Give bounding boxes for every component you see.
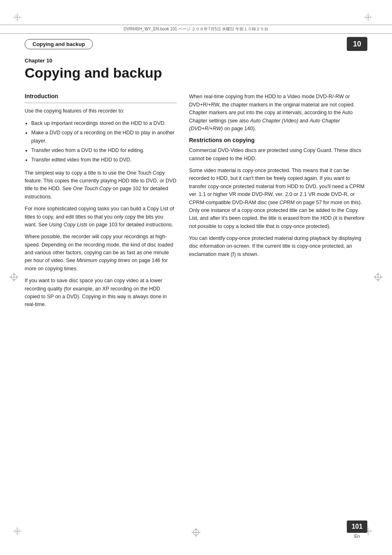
bottom-center-mark bbox=[191, 527, 201, 539]
file-info-bar: DVR645H_WY_EN.book 101 ページ ２０６年7月5日 水曜日 … bbox=[0, 25, 392, 34]
intro-divider bbox=[25, 103, 177, 103]
right-column: When real-time copying from the HDD to a… bbox=[189, 93, 367, 313]
identify-copy-once-paragraph: You can identify copy-once protected mat… bbox=[189, 235, 367, 258]
copy-once-paragraph: Some video material is copy-once protect… bbox=[189, 167, 367, 230]
side-mark-right bbox=[373, 272, 383, 283]
copy-list-paragraph: For more sophisticated copying tasks you… bbox=[25, 205, 177, 229]
chapter-header-title: Copying and backup bbox=[25, 39, 93, 49]
intro-paragraph: Use the copying features of this recorde… bbox=[25, 107, 177, 115]
realtime-copy-paragraph: When real-time copying from the HDD to a… bbox=[189, 93, 367, 133]
chapter-number-box: 10 bbox=[347, 37, 367, 51]
high-speed-paragraph: Where possible, the recorder will copy y… bbox=[25, 233, 177, 273]
list-item: Transfer video from a DVD to the HDD for… bbox=[31, 147, 177, 154]
page-lang: En bbox=[354, 534, 360, 539]
disc-space-paragraph: If you want to save disc space you can c… bbox=[25, 277, 177, 309]
page-number: 101 bbox=[347, 520, 367, 533]
page-title: Copying and backup bbox=[25, 65, 367, 81]
corner-mark-bl bbox=[12, 526, 29, 543]
file-info-text: DVR645H_WY_EN.book 101 ページ ２０６年7月5日 水曜日 … bbox=[124, 26, 268, 32]
commercial-dvd-paragraph: Commercial DVD-Video discs are protected… bbox=[189, 147, 367, 163]
one-touch-copy-paragraph: The simplest way to copy a title is to u… bbox=[25, 169, 177, 201]
list-item: Make a DVD copy of a recording on the HD… bbox=[31, 129, 177, 145]
list-item: Back up important recordings stored on t… bbox=[31, 120, 177, 127]
two-column-layout: Introduction Use the copying features of… bbox=[25, 93, 367, 313]
chapter-label: Chapter 10 bbox=[25, 58, 367, 64]
list-item: Transfer edited video from the HDD to DV… bbox=[31, 156, 177, 164]
side-mark-left bbox=[9, 272, 19, 283]
content-area: Chapter 10 Copying and backup Introducti… bbox=[25, 58, 367, 522]
page-footer: 101 En bbox=[347, 520, 367, 539]
chapter-header: Copying and backup 10 bbox=[25, 37, 367, 51]
left-column: Introduction Use the copying features of… bbox=[25, 93, 177, 313]
restrictions-section-title: Restrictions on copying bbox=[189, 137, 367, 143]
intro-bullets: Back up important recordings stored on t… bbox=[31, 120, 177, 164]
intro-section-title: Introduction bbox=[25, 93, 177, 99]
